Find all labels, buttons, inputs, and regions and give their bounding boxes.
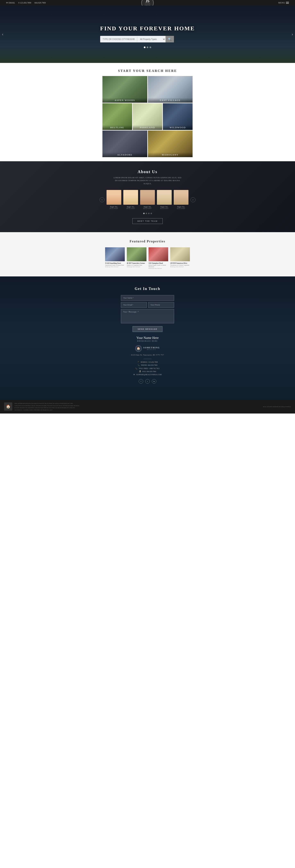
hero-dots [144, 46, 151, 52]
team-role-5: REALTOR® [174, 208, 189, 209]
neighborhood-mahogany[interactable]: MAHOGANY [148, 130, 193, 157]
contact-phone: 📞 PHONE: 604.929.7969 [4, 364, 291, 367]
team-role-2: REALTOR® [123, 208, 138, 209]
neighborhood-aspen-woods[interactable]: ASPEN WOODS [102, 76, 147, 103]
tollfree-text: TOLL FREE: 1.888.762.7821 [139, 367, 160, 370]
property-card-4[interactable]: 229 9333 Sometown Drive Townhouse in Cen… [170, 247, 190, 269]
fax-icon: 📠 [139, 370, 141, 373]
about-section: About Us LOREM IPSUM DOLOR SIT AMET, CON… [0, 161, 295, 232]
phone2[interactable]: 604.929.7969 [34, 2, 46, 4]
neighborhood-section: START YOUR SEARCH HERE ASPEN WOODS EAST … [0, 63, 295, 161]
neighborhood-beltline[interactable]: BELTLINE [102, 103, 132, 130]
property-type-2: Duplex in Coquitlam West [127, 264, 146, 266]
hero-dot-1[interactable] [144, 46, 145, 48]
hero-dot-3[interactable] [150, 46, 151, 48]
hero-section: FIND YOUR FOREVER HOME All Property Type… [0, 5, 295, 63]
contact-logo: 🏠 SOMETHING REALTY [4, 345, 291, 352]
contact-brokerage: BROKERAGE HERE [4, 340, 291, 342]
property-type-1: Apartment/Condo in Ranch Park [105, 264, 125, 266]
contact-logo-name: SOMETHING [143, 346, 160, 349]
contact-agent-name: Your Name Here [4, 336, 291, 340]
phone-text: PHONE: 604.929.7969 [141, 364, 158, 367]
linkedin-link[interactable]: in [152, 379, 156, 383]
neighborhood-east-village[interactable]: EAST VILLAGE [148, 76, 193, 103]
team-member-2[interactable]: Angie Joe, REALTOR® [123, 190, 138, 209]
phone-input[interactable] [148, 302, 174, 308]
property-title-3: 1322 Someplace Road [149, 262, 168, 264]
team-name-3: Angie Joe, [140, 206, 155, 208]
search-button[interactable]: 🔍 [166, 36, 174, 42]
twitter-link[interactable]: t [145, 379, 150, 383]
send-message-button[interactable]: SEND MESSAGE [133, 326, 162, 332]
meet-team-button[interactable]: MEET THE TEAM [132, 218, 163, 224]
phone1[interactable]: 0 123.456.7890 [19, 2, 31, 4]
carousel-dot-2[interactable] [146, 213, 147, 214]
mobile-icon: 📱 [137, 361, 139, 364]
team-member-1[interactable]: Angie Joe, REALTOR® [106, 190, 121, 209]
team-member-5[interactable]: Angie Joe, REALTOR® [174, 190, 189, 209]
contact-address: #123 Fake St. Vancouver, BC V7V 7V7 [4, 354, 291, 356]
email-icon: ✉ [6, 2, 8, 4]
property-type-3: House/Single Family in Burne Mountain [149, 264, 168, 268]
hero-arrows: ‹ › [0, 32, 295, 36]
team-name-5: Angie Joe, [174, 206, 189, 208]
hero-dot-2[interactable] [147, 46, 148, 48]
team-role-1: REALTOR® [106, 208, 121, 209]
team-member-3[interactable]: Angie Joe, REALTOR® [140, 190, 155, 209]
contact-logo-sub: REALTY [143, 349, 160, 350]
carousel-dot-3[interactable] [148, 213, 150, 214]
property-type-4: Townhouse in Central Coquitlam [170, 264, 190, 266]
carousel-dots [4, 213, 291, 214]
neighborhood-label: PARKLAND [133, 125, 162, 130]
carousel-prev-button[interactable]: ‹ [100, 197, 104, 202]
property-brokerage-2: Brokerage Here #n23ac8 [127, 266, 146, 268]
contact-logo-icon: 🏠 [135, 345, 142, 352]
message-input[interactable] [121, 309, 174, 323]
email-text: SUPPORT@REALTYNINJA.COM [136, 373, 161, 376]
property-card-2[interactable]: 40 3037 Somewhere Avenue Duplex in Coqui… [127, 247, 146, 269]
team-member-4[interactable]: Angie Joe, REALTOR® [157, 190, 172, 209]
hero-prev-button[interactable]: ‹ [2, 32, 3, 36]
menu-button[interactable]: MENU [278, 2, 289, 4]
footer: 🏠 THIS REPRESENTATION IS BASED IN WHOLE … [0, 400, 295, 413]
carousel-dot-4[interactable] [151, 213, 152, 214]
facebook-link[interactable]: f [139, 379, 143, 383]
neighborhood-label: ASPEN WOODS [102, 98, 147, 103]
header-contact: ✉ EMAIL 0 123.456.7890 604.929.7969 [6, 2, 46, 4]
contact-title: Get In Touch [4, 287, 291, 291]
property-brokerage-3: Brokerage Here #n23ac8 [149, 268, 168, 269]
carousel-dot-1[interactable] [143, 213, 144, 214]
email-icon: ✉ [133, 373, 135, 376]
property-image-3 [149, 247, 168, 261]
contact-tollfree: 📞 TOLL FREE: 1.888.762.7821 [4, 367, 291, 370]
carousel-next-button[interactable]: › [191, 197, 195, 202]
menu-label: MENU [278, 2, 285, 4]
neighborhood-altadore[interactable]: ALTADORE [102, 130, 147, 157]
property-card-1[interactable]: 33 424 Something Street Apartment/Condo … [105, 247, 125, 269]
name-input[interactable] [121, 295, 174, 301]
hero-next-button[interactable]: › [292, 32, 293, 36]
neighborhood-label: EAST VILLAGE [148, 98, 193, 103]
property-type-select[interactable]: All Property Types House Condo Townhouse… [137, 36, 166, 42]
neighborhood-label: ALTADORE [102, 152, 147, 157]
search-input[interactable] [100, 36, 137, 42]
contact-details: 📱 MOBILE: 123.456.7890 📞 PHONE: 604.929.… [4, 361, 291, 376]
about-title: About Us [4, 169, 291, 174]
contact-mobile: 📱 MOBILE: 123.456.7890 [4, 361, 291, 364]
team-name-4: Angie Joe, [157, 206, 172, 208]
featured-section: Featured Properties 33 424 Something Str… [0, 232, 295, 276]
email-input[interactable] [121, 302, 147, 308]
team-photo-5 [174, 190, 189, 205]
team-photo-2 [123, 190, 138, 205]
neighborhood-parkland[interactable]: PARKLAND [133, 103, 162, 130]
footer-logo-icon: 🏠 [6, 404, 10, 409]
neighborhood-wildwood[interactable]: WILDWOOD [163, 103, 193, 130]
team-role-4: REALTOR® [157, 208, 172, 209]
email-link[interactable]: ✉ EMAIL [6, 2, 15, 4]
property-card-3[interactable]: 1322 Someplace Road House/Single Family … [149, 247, 168, 269]
team-name-1: Angie Joe, [106, 206, 121, 208]
property-image-1 [105, 247, 125, 261]
fax-text: FAX: 604.929.7866 [142, 370, 156, 373]
logo-initials: JS [145, 0, 149, 3]
properties-grid: 33 424 Something Street Apartment/Condo … [4, 247, 291, 269]
